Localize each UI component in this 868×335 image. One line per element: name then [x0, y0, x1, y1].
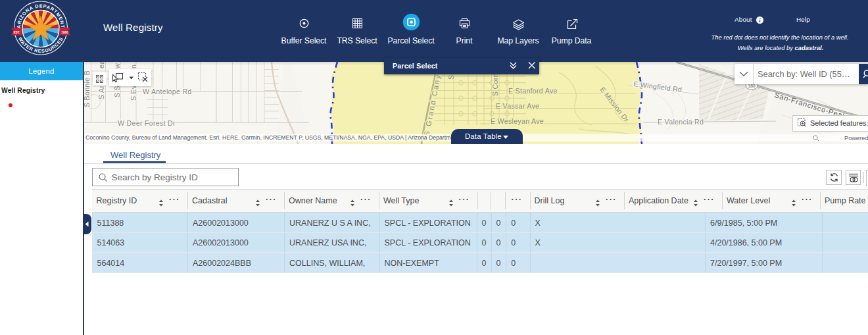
svg-text:EST.: EST. [13, 31, 20, 34]
svg-text:Powered: Powered [844, 135, 868, 142]
svg-text:S: S [447, 75, 455, 80]
svg-text:S An: S An [97, 84, 105, 99]
svg-text:E Stanford Ave: E Stanford Ave [508, 87, 558, 95]
svg-text:E Valencia Rd: E Valencia Rd [658, 118, 704, 126]
svg-text:E Wesleyan Ave: E Wesleyan Ave [491, 117, 544, 125]
svg-text:W Antelope Rd: W Antelope Rd [143, 88, 192, 95]
svg-text:180: 180 [748, 84, 756, 88]
svg-text:Coconino County, Bureau of Lan: Coconino County, Bureau of Land Manageme… [85, 134, 454, 141]
svg-text:E Vassar Ave: E Vassar Ave [496, 102, 539, 110]
svg-text:1980: 1980 [61, 31, 68, 34]
svg-text:W Deer Forest Dr: W Deer Forest Dr [118, 119, 176, 127]
